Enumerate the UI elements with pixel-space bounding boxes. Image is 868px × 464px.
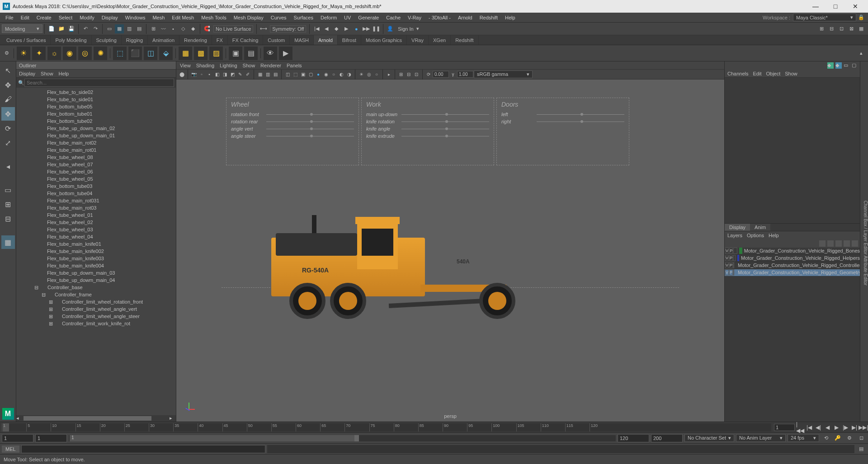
vp-menu-show[interactable]: Show [243, 63, 255, 68]
shelf-tab-fx-caching[interactable]: FX Caching [228, 35, 263, 45]
ctrl-slider-rotation-rear[interactable]: rotation rear [231, 119, 354, 124]
magnet-icon[interactable]: 🧲 [203, 24, 212, 33]
live-surface-field[interactable]: No Live Surface [213, 25, 253, 33]
menu-v-ray[interactable]: V-Ray [404, 15, 425, 20]
tree-item[interactable]: ⊞Controller_limit_wheel_angle_steer [16, 313, 176, 320]
range-end-outer[interactable]: 200 [651, 434, 683, 442]
playback-play-icon[interactable]: ▶▶ [362, 24, 371, 33]
playback-prev-icon[interactable]: ◀ [322, 24, 331, 33]
layer-row[interactable]: VPMotor_Grader_Construction_Vehicle_Rigg… [725, 262, 860, 269]
menu-surfaces[interactable]: Surfaces [290, 15, 317, 20]
range-prefs-icon[interactable]: ⊡ [857, 434, 866, 443]
vp-select-icon[interactable]: ⬤ [178, 71, 185, 78]
shelf-gear-icon[interactable]: ⚙ [2, 49, 11, 58]
layer-new-empty-icon[interactable] [844, 240, 850, 247]
play-back-button[interactable]: ◀ [823, 423, 831, 431]
shelf-tab-motion-graphics[interactable]: Motion Graphics [361, 35, 407, 45]
tree-item[interactable]: Flex_bottom_tube03 [16, 183, 176, 190]
shelf-tab-poly-modeling[interactable]: Poly Modeling [51, 35, 91, 45]
tree-item[interactable]: Flex_bottom_tube05 [16, 103, 176, 110]
view-icon-1[interactable]: 👁 [264, 47, 277, 60]
select-comp-icon[interactable]: ▤ [135, 24, 144, 33]
fx-icon-2[interactable]: ▩ [194, 47, 208, 60]
layer-move-up-icon[interactable] [819, 240, 826, 247]
symmetry-field[interactable]: Symmetry: Off [270, 25, 306, 33]
ctrl-slider-right[interactable]: right [501, 119, 624, 124]
vp-ico-26[interactable]: ⊟ [405, 71, 412, 78]
scale-tool-icon[interactable]: ⤢ [1, 136, 15, 150]
vp-ico-2[interactable]: ▫ [198, 71, 205, 78]
outliner-tree[interactable]: Flex_tube_to_side02Flex_tube_to_side01Fl… [16, 88, 176, 415]
range-end-inner[interactable]: 120 [618, 434, 649, 442]
playback-rec-icon[interactable]: ● [352, 24, 361, 33]
tab-anim[interactable]: Anim [750, 224, 770, 231]
vp-ico-16[interactable]: ● [315, 71, 322, 78]
layer-move-top-icon[interactable] [835, 240, 842, 247]
range-slider[interactable]: 1 [69, 435, 616, 441]
vp-menu-view[interactable]: View [180, 63, 191, 68]
menu--3dtoall-[interactable]: - 3DtoAll - [425, 15, 454, 20]
vp-refresh-icon[interactable]: ⟳ [425, 71, 432, 78]
tree-item[interactable]: Flex_tube_up_dowm_main_02 [16, 125, 176, 132]
ctrl-slider-rotation-front[interactable]: rotation front [231, 112, 354, 117]
light-icon-4[interactable]: ◉ [63, 47, 76, 60]
cb-menu-channels[interactable]: Channels [727, 71, 748, 76]
vp-ico-17[interactable]: ◉ [322, 71, 330, 78]
vp-ico-3[interactable]: ▪ [206, 71, 213, 78]
menu-edit-mesh[interactable]: Edit Mesh [168, 15, 198, 20]
shelf-up-icon[interactable]: ▴ [857, 49, 866, 58]
layer-new-icon[interactable] [852, 240, 858, 247]
vp-menu-renderer[interactable]: Renderer [260, 63, 281, 68]
vp-ico-7[interactable]: ✎ [236, 71, 244, 78]
vp-ico-8[interactable]: ✐ [244, 71, 251, 78]
layout-two-icon[interactable]: ⊟ [1, 212, 15, 225]
light-icon-5[interactable]: ◎ [78, 47, 92, 60]
outliner-menu-display[interactable]: Display [19, 71, 35, 76]
ctrl-slider-angle-steer[interactable]: angle steer [231, 133, 354, 139]
fx-icon-1[interactable]: ▦ [179, 47, 192, 60]
new-icon[interactable]: 📄 [47, 24, 56, 33]
tab-display[interactable]: Display [725, 224, 750, 231]
vp-menu-shading[interactable]: Shading [196, 63, 214, 68]
menu-arnold[interactable]: Arnold [454, 15, 476, 20]
cb-icon-1[interactable]: ◆ [827, 62, 834, 69]
layers-menu-options[interactable]: Options [747, 233, 764, 238]
layout-icon-2[interactable]: ⊟ [827, 24, 836, 33]
tree-item[interactable]: Flex_tube_main_rot01 [16, 146, 176, 154]
cb-menu-object[interactable]: Object [766, 71, 780, 76]
close-button[interactable]: ✕ [845, 0, 865, 13]
minimize-button[interactable]: — [806, 0, 826, 13]
outliner-menu-show[interactable]: Show [41, 71, 53, 76]
viewport-3d[interactable]: Wheel rotation frontrotation rearangle v… [176, 80, 724, 422]
step-fwd-button[interactable]: |▶ [841, 423, 849, 431]
menu-file[interactable]: File [2, 15, 17, 20]
open-icon[interactable]: 📁 [57, 24, 66, 33]
tree-item[interactable]: Flex_tube_up_dowm_main_04 [16, 277, 176, 284]
snap-plane-icon[interactable]: ◇ [179, 24, 188, 33]
light-icon-3[interactable]: ☼ [47, 47, 61, 60]
tree-item[interactable]: ⊞Controller_limit_wheel_angle_vert [16, 305, 176, 313]
next-key-button[interactable]: ▶| [850, 423, 859, 431]
range-start-inner[interactable]: 1 [35, 434, 67, 442]
character-set-dropdown[interactable]: No Character Set▾ [684, 434, 734, 442]
script-editor-icon[interactable]: ▤ [857, 445, 866, 454]
mesh-icon-3[interactable]: ◫ [144, 47, 157, 60]
tree-item[interactable]: Flex_tube_wheel_06 [16, 168, 176, 175]
paint-tool-icon[interactable]: 🖌 [1, 93, 15, 106]
tree-item[interactable]: Flex_tube_main_knife003 [16, 255, 176, 262]
vp-ico-11[interactable]: ▤ [272, 71, 279, 78]
menu-edit[interactable]: Edit [17, 15, 33, 20]
vp-ico-22[interactable]: ◎ [365, 71, 373, 78]
layout-icon-5[interactable]: ▦ [857, 24, 866, 33]
menu-create[interactable]: Create [33, 15, 55, 20]
tree-item[interactable]: Flex_bottom_tube02 [16, 117, 176, 125]
tree-item[interactable]: Flex_tube_main_knife004 [16, 262, 176, 269]
tree-item[interactable]: Flex_tube_wheel_04 [16, 233, 176, 240]
tree-item[interactable]: Flex_tube_wheel_07 [16, 161, 176, 168]
menu-mesh[interactable]: Mesh [149, 15, 168, 20]
shelf-tab-redshift[interactable]: Redshift [451, 35, 478, 45]
tree-item[interactable]: Flex_tube_wheel_08 [16, 154, 176, 161]
script-lang-button[interactable]: MEL [2, 445, 19, 453]
autokey-icon[interactable]: 🔑 [833, 434, 842, 443]
layout-persp-icon[interactable]: ▦ [1, 235, 15, 249]
